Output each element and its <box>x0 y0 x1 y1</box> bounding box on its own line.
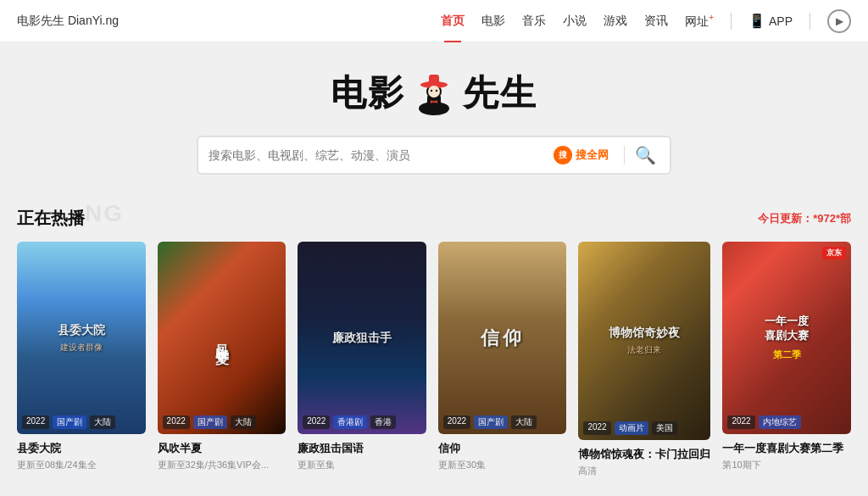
movie-card[interactable]: 廉政狙击手 2022 香港剧 香港 廉政狙击国语 更新至集 <box>298 242 426 477</box>
logo-text-left: 电影 <box>331 70 405 117</box>
badge-region: 大陆 <box>511 415 537 429</box>
movie-card[interactable]: 京东 一年一度喜剧大赛 第二季 2022 内地综艺 一年一度喜剧大赛第二季 第1… <box>722 242 851 477</box>
section-update: 今日更新：*972*部 <box>758 211 851 226</box>
section-watermark: NG <box>85 200 124 227</box>
movie-poster: 京东 一年一度喜剧大赛 第二季 2022 内地综艺 <box>722 242 851 434</box>
badge-type: 国产剧 <box>474 415 508 429</box>
poster-image: 京东 一年一度喜剧大赛 第二季 <box>722 242 851 434</box>
search-submit-button[interactable]: 🔍 <box>632 145 659 165</box>
nav-movie[interactable]: 电影 <box>481 14 505 29</box>
play-icon: ▶ <box>836 15 843 27</box>
poster-image: 廉政狙击手 <box>298 242 426 434</box>
plus-icon: + <box>709 13 714 22</box>
section-header: 正在热播 NG 今日更新：*972*部 <box>17 192 851 230</box>
poster-image: 凤吹半夏 <box>158 242 287 434</box>
poster-badges: 2022 内地综艺 <box>727 415 800 429</box>
badge-year: 2022 <box>443 415 470 429</box>
section-title-wrap: 正在热播 NG <box>17 207 85 230</box>
badge-type: 内地综艺 <box>759 415 801 429</box>
badge-region: 大陆 <box>231 415 256 429</box>
nav-music[interactable]: 音乐 <box>522 14 546 29</box>
poster-badges: 2022 国产剧 大陆 <box>22 415 115 429</box>
movie-desc: 第10期下 <box>722 459 851 471</box>
svg-rect-4 <box>429 75 439 86</box>
search-engine-label: 搜全网 <box>576 148 609 163</box>
movie-poster: 凤吹半夏 2022 国产剧 大陆 <box>158 242 287 434</box>
hat-icon <box>409 68 459 119</box>
movie-title: 信仰 <box>438 441 567 456</box>
badge-region: 美国 <box>652 421 677 435</box>
badge-region: 大陆 <box>90 415 115 429</box>
movie-poster: 博物馆奇妙夜 法老归来 2022 动画片 美国 <box>578 242 710 440</box>
poster-badges: 2022 国产剧 大陆 <box>443 415 537 429</box>
site-logo: 电影先生 DianYi.ng <box>17 14 119 29</box>
badge-year: 2022 <box>303 415 330 429</box>
badge-region: 香港 <box>370 415 396 429</box>
logo-text-right: 先生 <box>463 70 537 117</box>
movie-card[interactable]: 博物馆奇妙夜 法老归来 2022 动画片 美国 博物馆惊魂夜：卡门拉回归 高清 <box>578 242 710 477</box>
play-button[interactable]: ▶ <box>827 9 851 33</box>
poster-art-title: 廉政狙击手 <box>332 331 392 346</box>
hero-logo: 电影 先生 <box>331 68 537 119</box>
movie-poster: 信仰 2022 国产剧 大陆 <box>438 242 567 434</box>
poster-image: 信仰 <box>438 242 567 434</box>
badge-type: 国产剧 <box>53 415 86 429</box>
nav-game[interactable]: 游戏 <box>604 14 627 29</box>
movie-poster: 县委大院 建设者群像 2022 国产剧 大陆 <box>17 242 146 434</box>
movie-desc: 更新至32集/共36集VIP会... <box>158 459 287 471</box>
poster-art-title: 信仰 <box>481 326 525 351</box>
badge-type: 国产剧 <box>193 415 227 429</box>
poster-badges: 2022 香港剧 香港 <box>303 415 396 429</box>
poster-image: 县委大院 建设者群像 <box>17 242 146 434</box>
svg-point-5 <box>428 86 440 98</box>
nav-app[interactable]: 📱 APP <box>748 13 793 29</box>
nav-novel[interactable]: 小说 <box>563 14 587 29</box>
header: 电影先生 DianYi.ng 首页 电影 音乐 小说 游戏 资讯 网址+ 📱 A… <box>0 0 868 42</box>
movie-desc: 更新至30集 <box>438 459 567 471</box>
movie-title: 一年一度喜剧大赛第二季 <box>722 441 851 456</box>
movie-desc: 更新至集 <box>298 459 426 471</box>
badge-year: 2022 <box>163 415 190 429</box>
movie-card[interactable]: 凤吹半夏 2022 国产剧 大陆 风吹半夏 更新至32集/共36集VIP会... <box>158 242 287 477</box>
nav-site[interactable]: 网址+ <box>685 13 714 30</box>
badge-year: 2022 <box>727 415 754 429</box>
movie-grid: 县委大院 建设者群像 2022 国产剧 大陆 县委大院 更新至08集/24集全 … <box>17 242 851 477</box>
poster-art-title: 凤吹半夏 <box>213 333 231 343</box>
nav-divider <box>731 13 732 30</box>
poster-art-title: 一年一度喜剧大赛 <box>765 315 809 343</box>
movie-card[interactable]: 县委大院 建设者群像 2022 国产剧 大陆 县委大院 更新至08集/24集全 <box>17 242 146 477</box>
movie-title: 博物馆惊魂夜：卡门拉回归 <box>578 447 710 462</box>
movie-title: 廉政狙击国语 <box>298 441 426 456</box>
badge-type: 香港剧 <box>333 415 367 429</box>
section-title: 正在热播 <box>17 207 85 230</box>
poster-image: 博物馆奇妙夜 法老归来 <box>578 242 710 440</box>
movie-poster: 廉政狙击手 2022 香港剧 香港 <box>298 242 426 434</box>
search-input[interactable] <box>209 148 545 162</box>
main-content: 正在热播 NG 今日更新：*972*部 县委大院 建设者群像 2022 国产剧 … <box>0 192 868 477</box>
poster-art-title: 县委大院 <box>58 323 105 338</box>
poster-art-subtitle: 法老归来 <box>627 344 661 356</box>
svg-point-6 <box>431 90 432 92</box>
movie-title: 县委大院 <box>17 441 146 456</box>
app-icon: 📱 <box>748 13 765 29</box>
poster-badges: 2022 动画片 美国 <box>583 421 676 435</box>
poster-art-subtitle: 第二季 <box>773 348 801 361</box>
sogou-logo-icon: 搜 <box>554 146 572 164</box>
search-icon: 🔍 <box>635 146 656 164</box>
search-divider <box>624 146 625 164</box>
poster-art-subtitle: 建设者群像 <box>60 342 103 354</box>
svg-point-7 <box>436 90 437 92</box>
hero-section: 电影 先生 搜 搜全网 <box>0 42 868 192</box>
svg-point-10 <box>433 101 436 103</box>
nav-news[interactable]: 资讯 <box>644 14 668 29</box>
movie-desc: 高清 <box>578 465 710 477</box>
badge-year: 2022 <box>22 415 49 429</box>
movie-card[interactable]: 信仰 2022 国产剧 大陆 信仰 更新至30集 <box>438 242 567 477</box>
nav-home[interactable]: 首页 <box>441 14 465 29</box>
nav-divider-2 <box>810 13 810 30</box>
main-nav: 首页 电影 音乐 小说 游戏 资讯 网址+ 📱 APP ▶ <box>441 9 851 33</box>
search-engine-button[interactable]: 搜 搜全网 <box>545 142 617 168</box>
poster-art-title: 博物馆奇妙夜 <box>609 326 680 341</box>
poster-badges: 2022 国产剧 大陆 <box>163 415 256 429</box>
movie-desc: 更新至08集/24集全 <box>17 459 146 471</box>
